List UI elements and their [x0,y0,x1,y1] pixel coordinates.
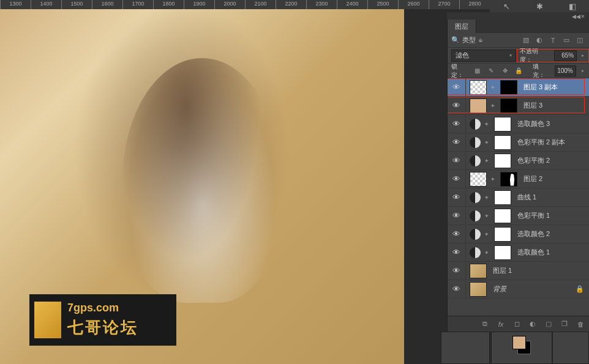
foreground-color[interactable] [512,336,526,349]
filter-shape-icon[interactable]: ▭ [561,35,572,46]
lock-position-icon[interactable]: ✥ [500,66,509,76]
filter-text-icon[interactable]: T [547,35,558,46]
layer-mask-thumb[interactable] [494,209,511,223]
add-mask-icon[interactable]: ◻ [512,319,522,329]
close-icon[interactable]: ✕ [580,13,587,18]
swatch-icon[interactable]: ◧ [567,1,578,12]
visibility-toggle[interactable]: 👁 [448,152,466,170]
add-adjustment-icon[interactable]: ◐ [528,319,538,329]
blend-mode-select[interactable]: 滤色 ▾ [451,50,516,62]
layer-mask-thumb[interactable] [494,245,511,260]
new-layer-icon[interactable]: ❐ [560,319,569,329]
layer-mask-thumb[interactable] [494,135,511,150]
visibility-toggle[interactable]: 👁 [448,170,466,188]
new-group-icon[interactable]: ▢ [544,319,553,329]
visibility-toggle[interactable]: 👁 [448,280,466,299]
mask-link-icon[interactable]: ⌖ [489,174,497,185]
chevron-down-icon: ▾ [509,53,512,58]
panel-collapse-bar[interactable]: ◀◀ ✕ [447,12,589,20]
mask-link-icon[interactable]: ⌖ [483,155,490,166]
canvas-area[interactable]: 7gps.com 七哥论坛 [0,9,404,364]
layer-thumb[interactable] [470,264,487,278]
layer-mask-thumb[interactable] [494,154,511,168]
filter-smart-icon[interactable]: ◫ [574,35,585,46]
adjustment-icon [470,119,481,130]
layer-row[interactable]: 👁⌖图层 3 副本 [448,78,589,97]
layer-row[interactable]: 👁⌖选取颜色 3 [448,115,589,133]
dropdown-arrows-icon[interactable]: ≑ [478,37,484,43]
layer-thumb[interactable] [470,172,487,187]
tool-icon[interactable]: ✱ [534,1,545,12]
adjustment-icon [470,229,481,240]
layer-row[interactable]: 👁⌖选取颜色 1 [448,243,589,262]
lock-icon: 🔒 [576,285,584,293]
layer-mask-thumb[interactable] [500,172,517,187]
visibility-toggle[interactable]: 👁 [448,225,466,243]
ruler-tick: 1500 [61,0,92,9]
ruler-tick: 2200 [276,0,306,9]
layers-list[interactable]: 👁⌖图层 3 副本👁⌖图层 3👁⌖选取颜色 3👁⌖色彩平衡 2 副本👁⌖色彩平衡… [448,78,589,316]
ruler-tick: 1600 [92,0,122,9]
mask-link-icon[interactable]: ⌖ [489,100,497,111]
visibility-toggle[interactable]: 👁 [448,97,466,115]
layer-mask-thumb[interactable] [500,80,517,95]
mask-link-icon[interactable]: ⌖ [483,137,490,148]
layer-row[interactable]: 👁⌖色彩平衡 2 [448,152,589,170]
ruler-tick: 1900 [184,0,214,9]
layer-row[interactable]: 👁⌖色彩平衡 2 副本 [448,133,589,152]
visibility-toggle[interactable]: 👁 [448,133,466,152]
delete-layer-icon[interactable]: 🗑 [576,319,585,329]
lock-pixels-icon[interactable]: ✎ [487,66,496,76]
layer-thumb[interactable] [470,98,487,113]
mask-link-icon[interactable]: ⌖ [483,119,490,130]
layer-row[interactable]: 👁⌖选取颜色 2 [448,225,589,243]
layer-mask-thumb[interactable] [494,227,511,242]
blend-mode-value: 滤色 [456,51,469,60]
visibility-toggle[interactable]: 👁 [448,207,466,225]
filter-pixel-icon[interactable]: ▧ [520,35,531,46]
layer-name: 选取颜色 3 [517,119,550,128]
opacity-input[interactable]: 65% [554,50,577,61]
search-icon[interactable]: 🔍 [451,36,460,45]
visibility-toggle[interactable]: 👁 [448,78,466,97]
mask-link-icon[interactable]: ⌖ [483,247,490,258]
visibility-toggle[interactable]: 👁 [448,115,466,133]
filter-kind-label[interactable]: 类型 [462,35,476,45]
visibility-toggle[interactable]: 👁 [448,262,466,280]
visibility-toggle[interactable]: 👁 [448,188,466,207]
link-layers-icon[interactable]: ⧉ [480,319,490,329]
watermark-icon [34,302,61,338]
dock-right [552,332,589,364]
opacity-stepper-icon[interactable]: ▸ [580,50,585,61]
adjustment-icon [470,247,481,258]
layer-mask-thumb[interactable] [500,98,517,113]
layer-thumb[interactable] [470,80,487,95]
layer-row[interactable]: 👁⌖图层 2 [448,170,589,188]
color-swatch[interactable] [512,336,531,354]
layer-row[interactable]: 👁⌖色彩平衡 1 [448,207,589,225]
lock-transparency-icon[interactable]: ▦ [473,66,482,76]
layer-row[interactable]: 👁⌖曲线 1 [448,188,589,207]
visibility-toggle[interactable]: 👁 [448,243,466,262]
layer-thumb[interactable] [470,282,487,297]
mask-link-icon[interactable]: ⌖ [483,229,490,240]
ruler-tick: 1800 [153,0,184,9]
layer-mask-thumb[interactable] [494,117,511,132]
mask-link-icon[interactable]: ⌖ [489,82,497,93]
layer-row[interactable]: 👁⌖图层 3 [448,97,589,115]
panel-footer: ⧉ fx ◻ ◐ ▢ ❐ 🗑 [448,316,589,332]
mask-link-icon[interactable]: ⌖ [483,210,490,221]
collapse-icon: ◀◀ [572,13,578,18]
filter-adjust-icon[interactable]: ◐ [534,35,545,46]
fill-stepper-icon[interactable]: ▸ [581,65,585,76]
fill-input[interactable]: 100% [555,65,576,76]
pointer-icon[interactable]: ↖ [501,1,512,12]
lock-all-icon[interactable]: 🔒 [514,66,523,76]
layer-row[interactable]: 👁背景🔒 [448,280,589,299]
ruler-horizontal[interactable]: 1300140015001600170018001900200021002200… [0,0,490,9]
layer-row[interactable]: 👁图层 1 [448,262,589,280]
layer-mask-thumb[interactable] [494,190,511,205]
tab-layers[interactable]: 图层 [448,20,476,33]
fx-icon[interactable]: fx [496,319,506,329]
mask-link-icon[interactable]: ⌖ [483,192,490,203]
